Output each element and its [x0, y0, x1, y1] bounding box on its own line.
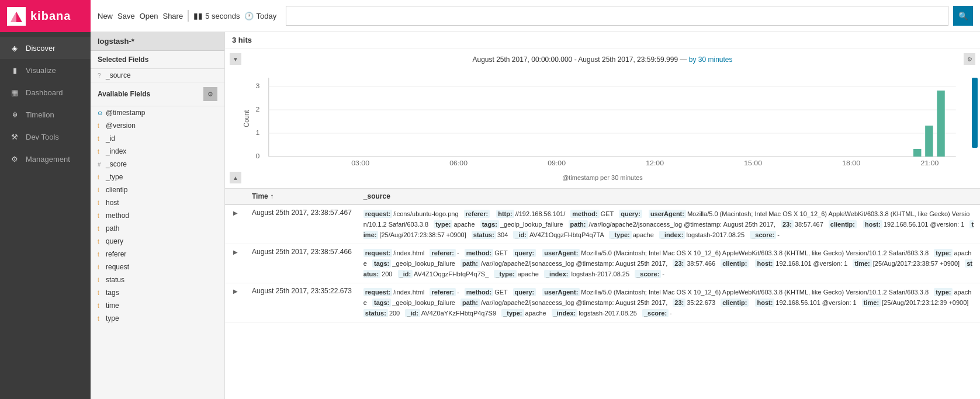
chart-interval-link[interactable]: by 30 minutes	[689, 55, 733, 64]
chart-scrollbar[interactable]	[972, 78, 978, 148]
source-key: time:	[862, 299, 881, 307]
available-field-_index[interactable]: t_index	[91, 145, 224, 158]
save-button[interactable]: Save	[117, 12, 135, 20]
source-key: method:	[570, 210, 599, 218]
field-name: _id	[106, 134, 115, 143]
source-value: apache	[525, 310, 548, 317]
field-name: _score	[106, 160, 127, 168]
source-key: _score:	[750, 231, 776, 239]
sidebar-item-dev-tools[interactable]: ⚒ Dev Tools	[0, 126, 91, 148]
available-field-_score[interactable]: #_score	[91, 158, 224, 171]
source-key: time:	[853, 259, 871, 268]
field-type-icon: t	[98, 148, 103, 155]
source-key: type:	[434, 220, 452, 228]
result-time: August 25th 2017, 23:38:57.466	[246, 244, 358, 283]
compass-icon: ◈	[9, 43, 20, 53]
source-key: clientip:	[721, 299, 749, 307]
source-key: query:	[619, 210, 642, 218]
interval-bars-icon: ▮▮	[193, 11, 203, 20]
available-field-tags[interactable]: ttags	[91, 286, 224, 299]
source-value: GET	[494, 249, 509, 256]
source-value	[750, 260, 752, 267]
source-value: -	[457, 249, 461, 256]
time-picker[interactable]: 🕐 Today	[244, 12, 276, 20]
available-field-_type[interactable]: t_type	[91, 171, 224, 183]
svg-text:1: 1	[255, 129, 259, 136]
left-panel: logstash-* Selected Fields ? _source Ava…	[91, 32, 225, 399]
sidebar: kibana ◈ Discover ▮ Visualize ▦ Dashboar…	[0, 0, 91, 399]
kibana-logo-icon	[7, 7, 26, 26]
source-key: 23:	[673, 259, 685, 268]
sidebar-item-dashboard[interactable]: ▦ Dashboard	[0, 81, 91, 103]
available-field-clientip[interactable]: tclientip	[91, 183, 224, 196]
source-key: _id:	[398, 270, 413, 278]
source-value: apache	[453, 221, 476, 228]
expand-row-button[interactable]: ▶	[231, 288, 240, 294]
available-field-method[interactable]: tmethod	[91, 209, 224, 222]
chart-collapse-button[interactable]: ▼	[230, 53, 241, 65]
source-value: -	[670, 310, 672, 317]
source-key: userAgent:	[542, 288, 580, 296]
source-value: [25/Aug/2017:23:38:57 +0900]	[873, 260, 961, 267]
fields-gear-button[interactable]: ⚙	[203, 87, 217, 101]
chart-title: August 25th 2017, 00:00:00.000 - August …	[472, 55, 688, 64]
search-button[interactable]: 🔍	[953, 6, 973, 26]
index-pattern[interactable]: logstash-*	[91, 32, 224, 51]
source-value: /var/log/apache2/jsonaccess_log @timesta…	[589, 221, 777, 228]
content-area: logstash-* Selected Fields ? _source Ava…	[91, 32, 980, 399]
available-field-@version[interactable]: t@version	[91, 119, 224, 132]
search-input[interactable]: *	[286, 6, 948, 26]
source-value: AV4Z1OqgzFHbtqP4q7TA	[529, 231, 605, 238]
source-key: host:	[755, 299, 774, 307]
gear-small-icon: ⚙	[207, 91, 213, 98]
field-name: request	[106, 263, 129, 271]
field-name: path	[106, 224, 119, 233]
sidebar-item-discover[interactable]: ◈ Discover	[0, 37, 91, 59]
available-field-query[interactable]: tquery	[91, 235, 224, 248]
open-button[interactable]: Open	[140, 12, 158, 20]
results-table: Time ↑ _source ▶August 25th 2017, 23:38:…	[225, 189, 980, 322]
source-value: AV4Z1OqgzFHbtqP4q7S_	[414, 270, 490, 277]
source-value: -	[457, 289, 461, 296]
expand-row-button[interactable]: ▶	[231, 210, 240, 216]
available-field-type[interactable]: ttype	[91, 312, 224, 325]
source-value: /icons/ubuntu-logo.png	[393, 210, 460, 217]
new-button[interactable]: New	[98, 12, 113, 20]
field-type-icon: t	[98, 290, 103, 296]
fields-list: ⊙@timestampt@versiont_idt_index#_scoret_…	[91, 106, 224, 399]
results-area[interactable]: Time ↑ _source ▶August 25th 2017, 23:38:…	[225, 189, 980, 399]
source-value: apache	[633, 231, 656, 238]
expand-row-button[interactable]: ▶	[231, 249, 240, 255]
available-field-path[interactable]: tpath	[91, 222, 224, 235]
field-name-source: _source	[106, 71, 131, 79]
field-type-icon: t	[98, 277, 103, 283]
share-button[interactable]: Share	[162, 12, 183, 20]
svg-text:12:00: 12:00	[646, 159, 664, 166]
chart-settings-button[interactable]: ⚙	[964, 53, 975, 65]
chart-x-axis-label: @timestamp per 30 minutes	[225, 173, 980, 183]
field-type-icon: t	[98, 187, 103, 193]
available-field-referer[interactable]: treferer	[91, 248, 224, 261]
available-field-status[interactable]: tstatus	[91, 273, 224, 286]
source-value: _geoip_lookup_failure	[500, 221, 565, 228]
field-name: time	[106, 301, 119, 310]
source-key: host:	[755, 259, 774, 268]
sidebar-item-management[interactable]: ⚙ Management	[0, 148, 91, 170]
available-field-request[interactable]: trequest	[91, 261, 224, 273]
source-key: type:	[934, 249, 953, 257]
available-field-_id[interactable]: t_id	[91, 132, 224, 145]
sidebar-item-visualize[interactable]: ▮ Visualize	[0, 59, 91, 81]
available-field-time[interactable]: ttime	[91, 299, 224, 312]
available-field-host[interactable]: thost	[91, 196, 224, 209]
field-name: clientip	[106, 186, 127, 194]
source-key: request:	[363, 249, 392, 257]
selected-field-source[interactable]: ? _source	[91, 69, 224, 82]
available-field-@timestamp[interactable]: ⊙@timestamp	[91, 106, 224, 119]
source-key: _id:	[405, 309, 420, 317]
svg-text:3: 3	[255, 82, 259, 89]
source-value: /var/log/apache2/jsonaccess_log @timesta…	[481, 260, 669, 267]
time-col-header[interactable]: Time ↑	[246, 189, 358, 204]
chart-expand-button[interactable]: ▲	[230, 172, 241, 183]
interval-selector[interactable]: ▮▮ 5 seconds	[193, 11, 240, 20]
sidebar-item-timelion[interactable]: ☬ Timelion	[0, 103, 91, 126]
